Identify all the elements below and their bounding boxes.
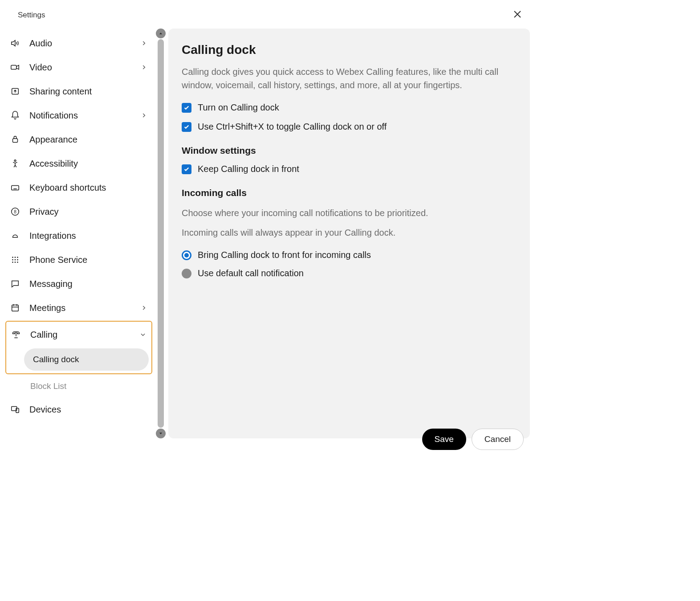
svg-point-3 <box>14 160 16 162</box>
sidebar: Audio Video Sharing content Notifi <box>0 29 157 438</box>
meetings-icon <box>10 303 20 313</box>
close-icon <box>513 9 522 21</box>
radio-bring-to-front[interactable]: Bring Calling dock to front for incoming… <box>182 250 517 260</box>
sidebar-item-privacy[interactable]: 8 Privacy <box>5 200 152 224</box>
sidebar-label: Accessibility <box>29 159 148 169</box>
sidebar-item-accessibility[interactable]: Accessibility <box>5 151 152 176</box>
sidebar-label: Calling <box>30 330 139 340</box>
privacy-icon: 8 <box>10 206 20 217</box>
checkbox-icon[interactable] <box>182 164 191 174</box>
sidebar-label: Meetings <box>29 303 140 313</box>
sub-item-label: Calling dock <box>33 355 79 364</box>
scrollbar[interactable] <box>157 29 165 438</box>
radio-icon[interactable] <box>182 269 191 278</box>
chevron-right-icon <box>140 63 148 71</box>
sidebar-label: Keyboard shortcuts <box>29 183 148 193</box>
sidebar-item-meetings[interactable]: Meetings <box>5 296 152 320</box>
accessibility-icon <box>10 158 20 169</box>
integrations-icon <box>10 230 20 241</box>
svg-point-13 <box>12 262 13 263</box>
checkbox-label: Keep Calling dock in front <box>198 164 299 174</box>
scrollbar-thumb[interactable] <box>158 39 164 428</box>
chevron-right-icon <box>140 39 148 47</box>
svg-point-9 <box>17 257 18 258</box>
window-settings-heading: Window settings <box>182 145 517 156</box>
svg-point-11 <box>15 259 16 261</box>
sidebar-label: Appearance <box>29 135 148 145</box>
checkbox-label: Turn on Calling dock <box>198 102 279 113</box>
video-icon <box>10 62 20 73</box>
messaging-icon <box>10 278 20 289</box>
svg-point-7 <box>12 257 13 258</box>
sidebar-item-sharing[interactable]: Sharing content <box>5 79 152 103</box>
scroll-up-icon[interactable] <box>156 29 166 38</box>
sidebar-item-video[interactable]: Video <box>5 55 152 79</box>
incoming-calls-heading: Incoming calls <box>182 188 517 198</box>
sidebar-item-devices[interactable]: Devices <box>5 397 152 421</box>
sidebar-item-appearance[interactable]: Appearance <box>5 127 152 151</box>
svg-rect-16 <box>12 305 19 311</box>
page-description: Calling dock gives you quick access to W… <box>182 65 517 92</box>
sidebar-label: Messaging <box>29 279 148 289</box>
notifications-icon <box>10 110 20 121</box>
checkbox-icon[interactable] <box>182 103 191 113</box>
sidebar-item-messaging[interactable]: Messaging <box>5 272 152 296</box>
svg-rect-4 <box>12 185 19 190</box>
radio-label: Use default call notification <box>198 268 304 278</box>
sidebar-label: Devices <box>29 405 148 415</box>
sidebar-sub-item-calling-dock[interactable]: Calling dock <box>24 348 149 371</box>
appearance-icon <box>10 134 20 145</box>
sidebar-label: Video <box>29 62 140 73</box>
checkbox-turn-on[interactable]: Turn on Calling dock <box>182 102 517 113</box>
header: Settings <box>0 0 534 29</box>
save-button[interactable]: Save <box>422 429 466 450</box>
main-panel: Calling dock Calling dock gives you quic… <box>168 29 530 438</box>
audio-icon <box>10 38 20 49</box>
sidebar-label: Privacy <box>29 207 148 217</box>
radio-default-notification[interactable]: Use default call notification <box>182 268 517 278</box>
scroll-down-icon[interactable] <box>156 429 166 438</box>
svg-rect-0 <box>11 65 16 69</box>
chevron-right-icon <box>140 111 148 119</box>
sidebar-label: Phone Service <box>29 255 148 265</box>
sidebar-item-notifications[interactable]: Notifications <box>5 103 152 127</box>
sidebar-item-integrations[interactable]: Integrations <box>5 224 152 248</box>
settings-title: Settings <box>18 11 45 20</box>
keyboard-icon <box>10 182 20 193</box>
radio-label: Bring Calling dock to front for incoming… <box>198 250 371 260</box>
sidebar-label: Audio <box>29 38 140 49</box>
footer: Save Cancel <box>422 429 524 450</box>
close-button[interactable] <box>509 7 525 23</box>
sidebar-label: Sharing content <box>29 86 148 97</box>
svg-text:8: 8 <box>14 209 16 214</box>
chevron-down-icon <box>139 331 147 339</box>
sidebar-label: Notifications <box>29 110 140 121</box>
sidebar-label: Integrations <box>29 231 148 241</box>
svg-point-10 <box>12 259 13 261</box>
cancel-button[interactable]: Cancel <box>472 429 524 450</box>
checkbox-label: Use Ctrl+Shift+X to toggle Calling dock … <box>198 122 387 132</box>
sidebar-item-phone[interactable]: Phone Service <box>5 248 152 272</box>
sharing-icon <box>10 86 20 97</box>
phone-icon <box>10 254 20 265</box>
calling-icon <box>11 329 21 340</box>
svg-point-15 <box>17 262 18 263</box>
highlighted-section: Calling Calling dock <box>5 321 152 374</box>
svg-point-12 <box>17 259 18 261</box>
page-title: Calling dock <box>182 43 517 57</box>
incoming-calls-subtext2: Incoming calls will always appear in you… <box>182 226 517 239</box>
svg-point-8 <box>15 257 16 258</box>
sidebar-sub-item-block-list[interactable]: Block List <box>5 375 152 397</box>
checkbox-keep-front[interactable]: Keep Calling dock in front <box>182 164 517 174</box>
sidebar-item-calling[interactable]: Calling <box>6 323 151 347</box>
sidebar-item-audio[interactable]: Audio <box>5 31 152 55</box>
sub-item-label: Block List <box>30 381 66 391</box>
sidebar-item-keyboard[interactable]: Keyboard shortcuts <box>5 176 152 200</box>
svg-rect-2 <box>13 139 18 142</box>
chevron-right-icon <box>140 304 148 312</box>
checkbox-toggle-shortcut[interactable]: Use Ctrl+Shift+X to toggle Calling dock … <box>182 122 517 132</box>
checkbox-icon[interactable] <box>182 122 191 132</box>
svg-point-14 <box>15 262 16 263</box>
incoming-calls-subtext1: Choose where your incoming call notifica… <box>182 206 517 220</box>
radio-icon[interactable] <box>182 250 191 260</box>
